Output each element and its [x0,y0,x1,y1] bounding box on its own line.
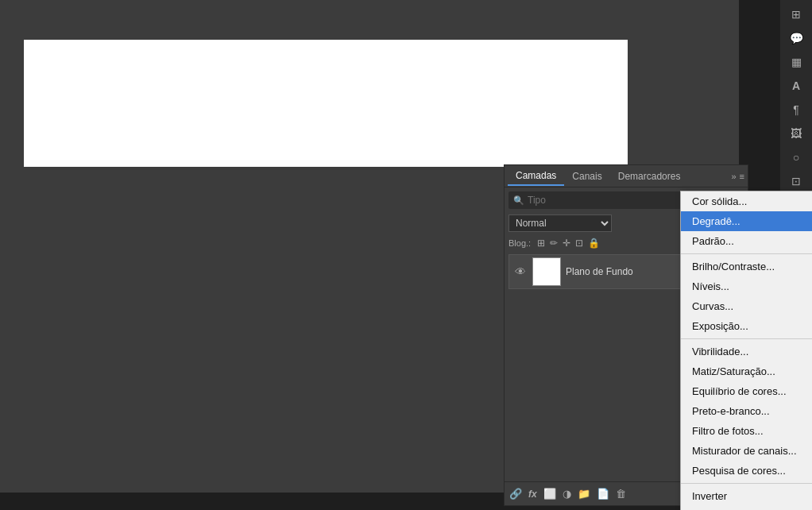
menu-item-degrade[interactable]: Degradê... [681,211,812,231]
separator-3 [681,483,812,484]
panel-tab-actions: » ≡ [731,172,744,181]
search-icon: 🔍 [513,195,524,206]
menu-item-brilho[interactable]: Brilho/Contraste... [681,257,812,276]
tab-canais[interactable]: Canais [564,168,609,185]
menu-item-preto-branco[interactable]: Preto-e-branco... [681,401,812,421]
dropdown-menu: Cor sólida... Degradê... Padrão... Brilh… [680,191,812,510]
brush-icon[interactable]: ○ [783,146,809,168]
lock-pixels-icon[interactable]: ⊞ [537,238,545,249]
layer-visibility-toggle[interactable]: 👁 [513,265,528,279]
separator-1 [681,253,812,254]
tab-camadas[interactable]: Camadas [508,167,564,186]
layer-name: Plano de Fundo [566,266,633,277]
adjustment-layer-icon[interactable]: ◑ [563,488,571,500]
menu-item-curvas[interactable]: Curvas... [681,296,812,316]
blend-mode-select[interactable]: Normal [508,214,612,232]
tab-demarcadores[interactable]: Demarcadores [610,168,689,185]
lock-move-icon[interactable]: ✛ [563,238,570,249]
canvas-document [24,40,628,167]
menu-item-inverter[interactable]: Inverter [681,486,812,506]
lock-brush-icon[interactable]: ✏ [550,238,558,249]
group-icon[interactable]: 📁 [578,488,590,500]
menu-item-equilibrio[interactable]: Equilíbrio de cores... [681,381,812,401]
menu-item-vibrilidade[interactable]: Vibrilidade... [681,342,812,361]
paragraph-icon[interactable]: ¶ [783,99,809,121]
settings-icon[interactable]: ⊡ [783,170,809,192]
fill-label: Blog.: [508,238,531,248]
menu-item-filtro-fotos[interactable]: Filtro de fotos... [681,421,812,441]
menu-item-posterizar[interactable]: Posterizar... [681,506,812,510]
panel-tabs: Camadas Canais Demarcadores » ≡ [505,165,748,187]
menu-item-misturador[interactable]: Misturador de canais... [681,441,812,461]
delete-layer-icon[interactable]: 🗑 [616,488,626,500]
mask-circle-icon[interactable]: ⬜ [543,488,556,500]
new-layer-icon[interactable]: 📄 [597,488,609,500]
text-icon[interactable]: A [783,75,809,97]
lock-all-icon[interactable]: 🔒 [588,238,600,249]
menu-item-cor-solida[interactable]: Cor sólida... [681,191,812,211]
collapse-icon[interactable]: » [731,172,736,181]
fx-icon[interactable]: fx [528,489,537,500]
menu-item-niveis[interactable]: Níveis... [681,276,812,296]
layers-icon[interactable]: ⊞ [783,3,809,25]
menu-item-padrao[interactable]: Padrão... [681,231,812,251]
grid-icon[interactable]: ▦ [783,51,809,73]
menu-item-exposicao[interactable]: Exposição... [681,316,812,336]
menu-item-matiz[interactable]: Matiz/Saturação... [681,361,812,381]
separator-2 [681,338,812,339]
image-icon[interactable]: 🖼 [783,122,809,145]
lock-artboard-icon[interactable]: ⊡ [575,238,583,249]
chat-icon[interactable]: 💬 [783,27,809,49]
link-icon[interactable]: 🔗 [509,488,522,500]
layer-thumbnail [532,257,561,286]
menu-item-pesquisa-cores[interactable]: Pesquisa de cores... [681,461,812,481]
lock-icons: ⊞ ✏ ✛ ⊡ 🔒 [537,238,600,249]
menu-icon[interactable]: ≡ [740,172,744,181]
